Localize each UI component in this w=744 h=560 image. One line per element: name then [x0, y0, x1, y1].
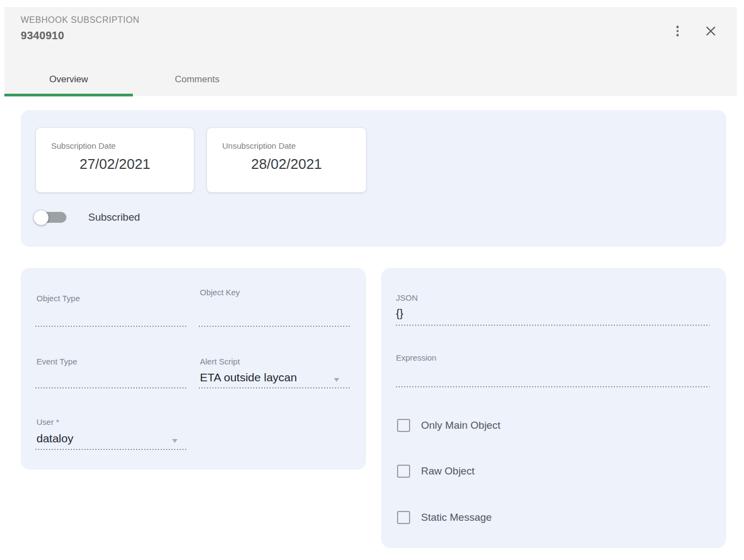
tab-comments[interactable]: Comments	[133, 63, 261, 96]
only-main-object-checkbox[interactable]	[397, 419, 410, 432]
expression-input[interactable]	[396, 386, 710, 387]
toggle-switch-icon[interactable]	[34, 209, 66, 226]
subscription-date-label: Subscription Date	[51, 141, 115, 150]
subscribed-toggle[interactable]: Subscribed	[34, 209, 140, 226]
tab-overview-label: Overview	[50, 74, 88, 85]
unsubscription-date-value: 28/02/2021	[207, 156, 366, 173]
subscribed-toggle-label: Subscribed	[88, 211, 140, 223]
dialog-header: WEBHOOK SUBSCRIPTION 9340910 Overview Co…	[4, 7, 737, 96]
raw-object-checkbox-row[interactable]: Raw Object	[397, 465, 474, 478]
alert-script-label: Alert Script	[200, 357, 240, 366]
json-input[interactable]	[396, 325, 710, 326]
static-message-label: Static Message	[421, 512, 492, 524]
close-icon	[705, 25, 717, 37]
dialog-eyebrow: WEBHOOK SUBSCRIPTION	[21, 15, 139, 25]
only-main-object-label: Only Main Object	[421, 419, 501, 431]
object-key-input[interactable]	[199, 326, 350, 327]
payload-panel: JSON {} Expression Only Main Object Raw …	[381, 268, 726, 548]
details-panel: Object Type Object Key Event Type Alert …	[21, 268, 366, 470]
unsubscription-date-label: Unsubscription Date	[222, 141, 296, 150]
json-label: JSON	[396, 293, 418, 302]
subscription-panel: Subscription Date 27/02/2021 Unsubscript…	[21, 110, 726, 247]
more-options-button[interactable]	[668, 21, 687, 41]
tab-comments-label: Comments	[175, 74, 219, 85]
json-value[interactable]: {}	[396, 307, 403, 320]
only-main-object-checkbox-row[interactable]: Only Main Object	[397, 419, 501, 432]
static-message-checkbox-row[interactable]: Static Message	[397, 511, 492, 524]
close-button[interactable]	[701, 21, 721, 41]
event-type-input[interactable]	[35, 387, 187, 388]
event-type-label: Event Type	[36, 357, 77, 366]
subscription-date-field[interactable]: Subscription Date 27/02/2021	[36, 128, 194, 192]
active-tab-underline	[4, 94, 133, 96]
alert-script-select[interactable]	[199, 387, 350, 388]
object-type-input[interactable]	[35, 326, 187, 327]
tab-overview[interactable]: Overview	[4, 63, 133, 96]
user-select[interactable]	[35, 449, 187, 450]
alert-script-value[interactable]: ETA outside laycan	[200, 371, 297, 384]
raw-object-checkbox[interactable]	[397, 465, 410, 478]
webhook-subscription-dialog: WEBHOOK SUBSCRIPTION 9340910 Overview Co…	[0, 0, 744, 560]
page-title: 9340910	[21, 29, 64, 42]
object-type-label: Object Type	[36, 294, 80, 303]
user-dropdown-icon[interactable]	[172, 439, 178, 443]
user-label: User *	[36, 417, 59, 427]
unsubscription-date-field[interactable]: Unsubscription Date 28/02/2021	[207, 128, 366, 192]
object-key-label: Object Key	[200, 288, 240, 297]
expression-label: Expression	[396, 353, 436, 362]
raw-object-label: Raw Object	[421, 465, 474, 477]
kebab-menu-icon	[676, 26, 679, 36]
subscription-date-value: 27/02/2021	[36, 156, 194, 173]
alert-script-dropdown-icon[interactable]	[334, 378, 339, 382]
static-message-checkbox[interactable]	[397, 511, 410, 524]
user-value[interactable]: dataloy	[36, 432, 74, 445]
